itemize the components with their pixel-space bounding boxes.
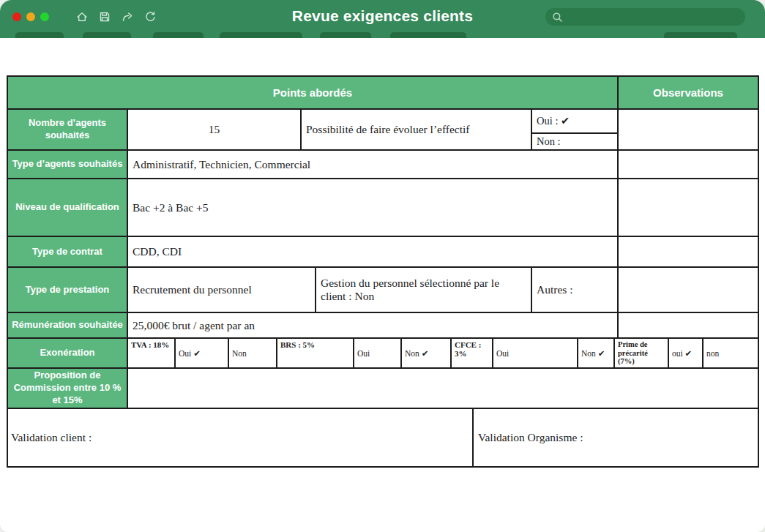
- hidden-tab-stub[interactable]: [664, 32, 737, 38]
- validation-client-cell: Validation client :: [8, 409, 474, 466]
- observation-cell: [619, 110, 758, 149]
- points-header: Points abordés: [8, 77, 619, 108]
- table-row: Type de prestation Recrutement du person…: [8, 268, 758, 313]
- evolution-label: Possibilité de faire évoluer l’effectif: [302, 110, 532, 149]
- hidden-tab-stub[interactable]: [83, 32, 131, 38]
- gestion-cell: Gestion du personnel sélectionné par le …: [316, 268, 532, 312]
- row-label: Niveau de qualification: [8, 179, 128, 236]
- tva-label: TVA : 18%: [128, 339, 176, 367]
- table-row: Niveau de qualification Bac +2 à Bac +5: [8, 179, 758, 237]
- requirements-review-table: Points abordés Observations Nombre d’age…: [7, 75, 759, 468]
- table-row: Exonération TVA : 18% Oui ✔ Non BRS : 5%…: [8, 339, 758, 369]
- row-label: Type d’agents souhaités: [8, 151, 128, 178]
- agents-count-value: 15: [128, 110, 302, 149]
- observation-cell: [619, 151, 758, 178]
- observation-cell: [619, 237, 758, 266]
- validation-organisme-cell: Validation Organisme :: [474, 409, 758, 466]
- cfce-label: CFCE : 3%: [452, 339, 493, 367]
- non-option: Non :: [532, 134, 617, 149]
- prime-non: non: [704, 339, 758, 367]
- hidden-tab-stub[interactable]: [153, 32, 204, 38]
- prime-label: Prime de précarité (7%): [615, 339, 669, 367]
- prime-oui: oui ✔: [669, 339, 704, 367]
- oui-non-cell: Oui : ✔ Non :: [532, 110, 619, 149]
- commission-value: [128, 369, 758, 408]
- table-row: Type de contrat CDD, CDI: [8, 237, 758, 268]
- agents-type-value: Administratif, Technicien, Commercial: [128, 151, 619, 178]
- table-row: Nombre d’agents souhaités 15 Possibilité…: [8, 110, 758, 151]
- observation-cell: [619, 313, 758, 337]
- contrat-value: CDD, CDI: [128, 237, 619, 266]
- search-box[interactable]: [545, 8, 745, 26]
- table-row: Proposition de Commission entre 10 % et …: [8, 369, 758, 409]
- observation-cell: [619, 268, 758, 312]
- observation-cell: [619, 179, 758, 236]
- cfce-oui: Oui: [493, 339, 578, 367]
- row-label: Type de contrat: [8, 237, 128, 266]
- search-input[interactable]: [567, 11, 739, 23]
- hidden-tab-stub[interactable]: [220, 32, 302, 38]
- title-bar: Revue exigences clients: [0, 0, 765, 38]
- oui-option: Oui : ✔: [532, 110, 617, 134]
- row-label: Rémunération souhaitée: [8, 313, 128, 337]
- qualification-value: Bac +2 à Bac +5: [128, 179, 619, 236]
- table-row: Rémunération souhaitée 25,000€ brut / ag…: [8, 313, 758, 339]
- tva-non: Non: [229, 339, 277, 367]
- brs-label: BRS : 5%: [277, 339, 354, 367]
- brs-oui: Oui: [354, 339, 402, 367]
- recrutement-cell: Recrutement du personnel: [128, 268, 316, 312]
- tva-oui: Oui ✔: [176, 339, 229, 367]
- app-window: Revue exigences clients Points abordés O…: [0, 0, 765, 532]
- row-label: Proposition de Commission entre 10 % et …: [8, 369, 128, 408]
- table-row: Type d’agents souhaités Administratif, T…: [8, 151, 758, 179]
- hidden-tab-stub[interactable]: [15, 32, 64, 38]
- row-label: Exonération: [8, 339, 128, 367]
- table-row: Validation client : Validation Organisme…: [8, 409, 758, 466]
- row-label: Nombre d’agents souhaités: [8, 110, 128, 149]
- search-icon: [552, 12, 563, 23]
- autres-cell: Autres :: [532, 268, 619, 312]
- hidden-tab-stub[interactable]: [320, 32, 371, 38]
- observations-header: Observations: [619, 77, 758, 108]
- brs-non: Non ✔: [402, 339, 452, 367]
- hidden-tab-stub[interactable]: [390, 32, 466, 38]
- cfce-non: Non ✔: [578, 339, 615, 367]
- table-header-row: Points abordés Observations: [8, 77, 758, 110]
- row-label: Type de prestation: [8, 268, 128, 312]
- remuneration-value: 25,000€ brut / agent par an: [128, 313, 619, 337]
